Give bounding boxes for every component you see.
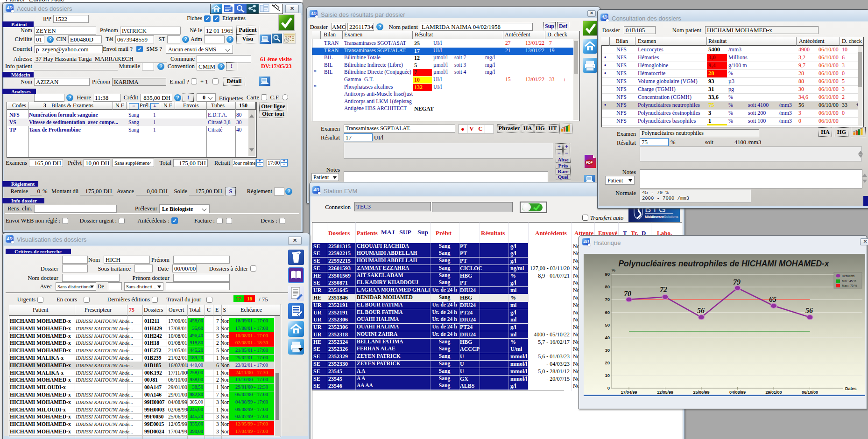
svg-text:50: 50: [605, 322, 610, 328]
svg-text:17/04/99: 17/04/99: [621, 390, 637, 394]
svg-text:65: 65: [769, 295, 776, 303]
svg-text:56: 56: [697, 307, 705, 314]
svg-text:72: 72: [660, 286, 667, 293]
svg-text:Dates: Dates: [845, 386, 857, 391]
svg-text:04/08/99: 04/08/99: [729, 390, 746, 394]
svg-text:Max : 70 %: Max : 70 %: [842, 284, 857, 287]
svg-text:56: 56: [805, 307, 813, 314]
svg-text:20: 20: [605, 360, 610, 365]
svg-text:60: 60: [605, 310, 610, 315]
svg-text:12/05/99: 12/05/99: [657, 390, 673, 394]
svg-text:0: 0: [607, 385, 610, 390]
svg-text:Polynucléaires neutrophiles de: Polynucléaires neutrophiles de HICHAMI M…: [618, 259, 829, 268]
svg-text:Min : 45 %: Min : 45 %: [842, 279, 856, 283]
svg-text:06/10/00: 06/10/00: [802, 390, 818, 394]
svg-text:10: 10: [605, 373, 610, 378]
svg-text:Résultats: Résultats: [842, 274, 855, 278]
svg-text:29/01/00: 29/01/00: [765, 390, 782, 394]
svg-text:79: 79: [733, 278, 741, 286]
svg-text:70: 70: [624, 290, 631, 298]
svg-text:80: 80: [605, 284, 610, 289]
svg-text:90: 90: [605, 272, 610, 277]
svg-text:40: 40: [605, 335, 610, 340]
svg-text:25/06/99: 25/06/99: [693, 390, 709, 394]
svg-text:30: 30: [605, 348, 610, 353]
svg-text:%: %: [612, 268, 615, 272]
svg-text:70: 70: [605, 297, 610, 302]
